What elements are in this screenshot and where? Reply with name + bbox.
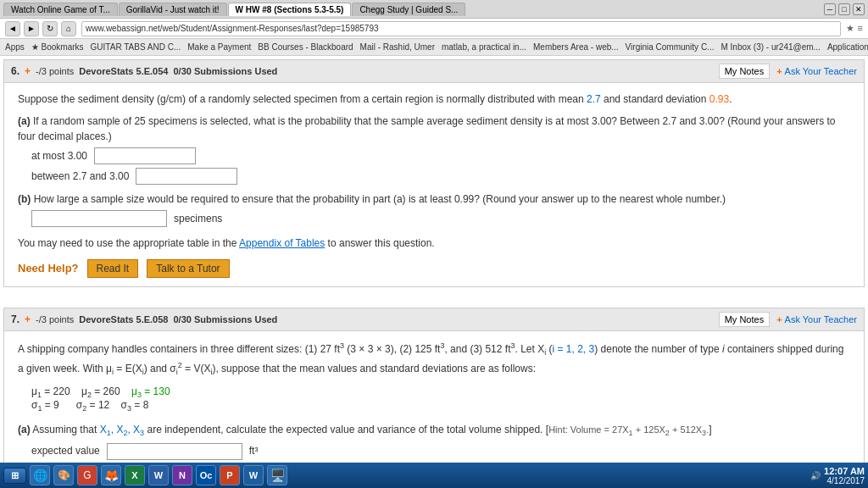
- taskbar-icon-paint[interactable]: 🎨: [53, 465, 74, 485]
- taskbar-icon-word2[interactable]: W: [243, 465, 264, 485]
- q6-between-row: between 2.7 and 3.00: [31, 168, 850, 185]
- minimize-button[interactable]: ─: [824, 3, 836, 15]
- q7-expected-input[interactable]: [107, 443, 242, 460]
- q7-header-left: 7. + -/3 points DevoreStats 5.E.058 0/30…: [11, 313, 277, 325]
- taskbar: ⊞ 🌐 🎨 G 🦊 X W N Oc P W 🖥️ 🔊 12:07 AM 4/1…: [0, 463, 868, 488]
- question-6-header: 6. + -/3 points DevoreStats 5.E.054 0/30…: [4, 60, 864, 83]
- q6-between-label: between 2.7 and 3.00: [31, 169, 129, 184]
- bookmark-matlab[interactable]: matlab, a practical in...: [442, 42, 526, 52]
- q7-points: -/3 points: [36, 314, 74, 324]
- q7-part-a-text: (a) Assuming that X1, X2, X3 are indepen…: [18, 422, 850, 440]
- back-button[interactable]: ◄: [5, 21, 20, 36]
- taskbar-volume-icon[interactable]: 🔊: [810, 471, 821, 480]
- tab-1[interactable]: Watch Online Game of T...: [3, 3, 118, 16]
- q7-sigma2: σ2 = 12: [76, 399, 109, 411]
- maximize-button[interactable]: □: [838, 3, 850, 15]
- bookmark-bookmarks[interactable]: ★ Bookmarks: [31, 42, 84, 52]
- q6-need-help-label: Need Help?: [18, 260, 79, 277]
- q7-header-right: My Notes + Ask Your Teacher: [719, 312, 857, 327]
- q7-part-a-label: (a): [18, 424, 31, 435]
- bookmark-apps2[interactable]: Applications | Job Op...: [827, 42, 868, 52]
- q7-ask-teacher-button[interactable]: + Ask Your Teacher: [776, 314, 857, 324]
- q6-ask-teacher-button[interactable]: + Ask Your Teacher: [776, 66, 857, 76]
- tab-2[interactable]: GorillaVid - Just watch it!: [119, 3, 227, 16]
- q6-appendix-line: You may need to use the appropriate tabl…: [18, 236, 850, 251]
- url-input[interactable]: [81, 21, 841, 36]
- taskbar-icon-misc[interactable]: 🖥️: [267, 465, 287, 485]
- q7-mu2: μ2 = 260: [81, 385, 120, 397]
- taskbar-icon-word[interactable]: W: [148, 465, 169, 485]
- taskbar-icon-browser[interactable]: 🌐: [30, 465, 50, 485]
- q6-part-a: (a) If a random sample of 25 specimens i…: [18, 114, 850, 185]
- bookmark-guitar[interactable]: GUITAR TABS AND C...: [91, 42, 181, 52]
- system-clock: 12:07 AM 4/12/2017: [824, 466, 865, 485]
- start-button[interactable]: ⊞: [3, 468, 26, 484]
- q7-ft3-label: ft³: [249, 443, 259, 459]
- q6-my-notes-button[interactable]: My Notes: [719, 64, 770, 79]
- q7-problem-id: DevoreStats 5.E.058: [79, 314, 168, 324]
- bookmark-apps[interactable]: Apps: [5, 42, 25, 52]
- tab-4[interactable]: Chegg Study | Guided S...: [352, 3, 465, 16]
- q7-part-a: (a) Assuming that X1, X2, X3 are indepen…: [18, 422, 850, 463]
- q7-mu3: μ3 = 130: [131, 385, 170, 397]
- q6-intro-text: Suppose the sediment density (g/cm) of a…: [18, 92, 850, 107]
- q6-at-most-row: at most 3.00: [31, 147, 850, 164]
- q6-plus-icon: +: [25, 65, 31, 77]
- q6-part-a-text: (a) If a random sample of 25 specimens i…: [18, 114, 850, 144]
- q6-read-it-button[interactable]: Read It: [87, 259, 139, 278]
- q7-number: 7.: [11, 313, 19, 325]
- taskbar-icon-excel[interactable]: X: [125, 465, 145, 485]
- taskbar-icon-firefox[interactable]: 🦊: [101, 465, 121, 485]
- question-7-section: 7. + -/3 points DevoreStats 5.E.058 0/30…: [3, 308, 865, 463]
- bookmark-members[interactable]: Members Area - web...: [533, 42, 619, 52]
- clock-date: 4/12/2017: [824, 476, 865, 485]
- home-button[interactable]: ⌂: [61, 21, 76, 36]
- taskbar-icon-powerpoint[interactable]: P: [220, 465, 240, 485]
- bookmark-vcc[interactable]: Virginia Community C...: [626, 42, 715, 52]
- q7-expected-row: expected value ft³: [31, 443, 850, 460]
- q6-at-most-input[interactable]: [94, 147, 196, 164]
- bookmark-bb[interactable]: BB Courses - Blackboard: [258, 42, 353, 52]
- q6-specimens-row: specimens: [31, 210, 850, 227]
- q6-need-help-row: Need Help? Read It Talk to a Tutor: [18, 259, 850, 278]
- question-7-body: A shipping company handles containers in…: [4, 331, 864, 463]
- q6-header-right: My Notes + Ask Your Teacher: [719, 64, 857, 79]
- window-controls: ─ □ ✕: [824, 3, 865, 15]
- question-7-header: 7. + -/3 points DevoreStats 5.E.058 0/30…: [4, 308, 864, 331]
- taskbar-icon-chrome[interactable]: G: [77, 465, 97, 485]
- bookmark-mail[interactable]: Mail - Rashid, Umer: [360, 42, 435, 52]
- q6-appendix-link[interactable]: Appendix of Tables: [239, 237, 325, 249]
- question-spacer: [0, 291, 868, 304]
- q6-mean-value: 2.7: [587, 93, 601, 105]
- nav-buttons: ◄ ► ↻ ⌂: [5, 21, 76, 36]
- star-icon[interactable]: ★: [846, 23, 854, 34]
- bookmark-payment[interactable]: Make a Payment: [187, 42, 251, 52]
- q7-mu1: μ1 = 220: [31, 385, 70, 397]
- q6-part-b: (b) How large a sample size would be req…: [18, 191, 850, 227]
- q7-sigma3: σ3 = 8: [121, 399, 149, 411]
- refresh-button[interactable]: ↻: [42, 21, 58, 36]
- q7-plus-icon: +: [25, 313, 31, 325]
- tab-3-active[interactable]: W HW #8 (Sections 5.3-5.5): [228, 3, 352, 16]
- menu-icon[interactable]: ≡: [858, 23, 863, 34]
- q6-part-b-label: (b): [18, 193, 31, 205]
- q6-between-input[interactable]: [136, 168, 237, 185]
- q7-ask-teacher-label: Ask Your Teacher: [785, 314, 857, 324]
- bookmark-inbox[interactable]: M Inbox (3) - ur241@em...: [721, 42, 820, 52]
- q6-problem-id: DevoreStats 5.E.054: [79, 66, 168, 76]
- q6-talk-tutor-button[interactable]: Talk to a Tutor: [147, 259, 229, 278]
- q6-header-left: 6. + -/3 points DevoreStats 5.E.054 0/30…: [11, 65, 277, 77]
- content-area: 6. + -/3 points DevoreStats 5.E.054 0/30…: [0, 56, 868, 463]
- forward-button[interactable]: ►: [24, 21, 39, 36]
- browser-chrome: Watch Online Game of T... GorillaVid - J…: [0, 0, 868, 19]
- close-button[interactable]: ✕: [853, 3, 865, 15]
- taskbar-icon-outlook[interactable]: Oc: [196, 465, 216, 485]
- q6-ask-teacher-label: Ask Your Teacher: [785, 66, 857, 76]
- tab-bar: Watch Online Game of T... GorillaVid - J…: [3, 3, 824, 16]
- taskbar-icon-onenote[interactable]: N: [172, 465, 192, 485]
- q6-specimens-input[interactable]: [31, 210, 167, 227]
- q7-intro-text: A shipping company handles containers in…: [18, 340, 850, 379]
- q7-sigma-row: σ1 = 9 σ2 = 12 σ3 = 8: [31, 397, 148, 415]
- q7-my-notes-button[interactable]: My Notes: [719, 312, 770, 327]
- question-6-body: Suppose the sediment density (g/cm) of a…: [4, 83, 864, 286]
